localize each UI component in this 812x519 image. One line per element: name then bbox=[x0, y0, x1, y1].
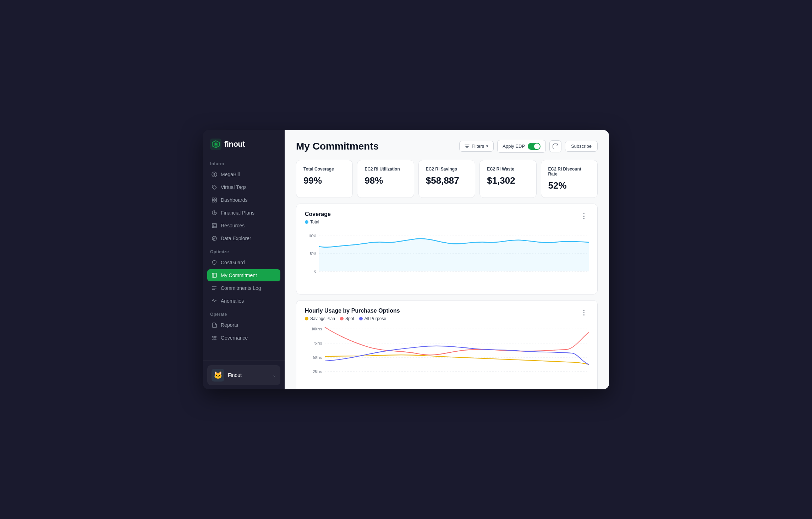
megabill-label: MegaBill bbox=[221, 172, 240, 177]
anomalies-label: Anomalies bbox=[221, 298, 244, 304]
legend-dot-savings-plan bbox=[305, 317, 308, 320]
sidebar-item-virtual-tags[interactable]: Virtual Tags bbox=[207, 181, 280, 193]
data-explorer-label: Data Explorer bbox=[221, 236, 251, 241]
user-card[interactable]: 🐱 Finout ⌄ bbox=[207, 365, 280, 385]
apply-edp-container: Apply EDP bbox=[497, 140, 546, 153]
sidebar: finout Inform MegaBill Virtual Tags Dash… bbox=[203, 130, 285, 389]
stat-value-3: $1,302 bbox=[487, 175, 529, 186]
sidebar-item-anomalies[interactable]: Anomalies bbox=[207, 295, 280, 307]
svg-point-20 bbox=[213, 336, 214, 337]
my-commitment-label: My Commitment bbox=[221, 272, 257, 278]
apply-edp-toggle[interactable] bbox=[528, 143, 541, 150]
costguard-label: CostGuard bbox=[221, 260, 245, 265]
apply-edp-label: Apply EDP bbox=[503, 144, 525, 149]
subscribe-label: Subscribe bbox=[571, 144, 592, 149]
list-icon bbox=[212, 285, 217, 291]
file-icon bbox=[212, 322, 217, 328]
financial-plans-label: Financial Plans bbox=[221, 210, 254, 216]
stats-row: Total Coverage 99% EC2 RI Utilization 98… bbox=[296, 160, 598, 198]
governance-label: Governance bbox=[221, 335, 248, 341]
coverage-chart-card: Coverage Total ⋮ 1 bbox=[296, 204, 598, 294]
shield-icon bbox=[212, 260, 217, 265]
dashboards-label: Dashboards bbox=[221, 197, 248, 203]
hourly-usage-chart-area: 100 hrs 75 hrs 50 hrs 25 hrs bbox=[305, 325, 589, 389]
virtual-tags-label: Virtual Tags bbox=[221, 184, 247, 190]
sidebar-item-financial-plans[interactable]: Financial Plans bbox=[207, 207, 280, 219]
filter-icon bbox=[465, 144, 470, 149]
filter-label: Filters bbox=[472, 144, 484, 149]
section-label-operate: Operate bbox=[207, 308, 280, 319]
svg-point-21 bbox=[215, 337, 216, 338]
svg-rect-6 bbox=[212, 200, 214, 202]
header-actions: Filters ▾ Apply EDP Subscribe bbox=[459, 140, 598, 153]
stat-label-1: EC2 RI Utilization bbox=[364, 167, 406, 172]
grid-icon bbox=[212, 197, 217, 203]
coverage-chart-more-button[interactable]: ⋮ bbox=[579, 211, 589, 221]
refresh-icon bbox=[553, 144, 558, 149]
stat-label-3: EC2 RI Waste bbox=[487, 167, 529, 172]
sidebar-item-data-explorer[interactable]: Data Explorer bbox=[207, 232, 280, 244]
hourly-usage-chart-header: Hourly Usage by Purchase Options Savings… bbox=[305, 308, 589, 321]
stat-value-0: 99% bbox=[303, 175, 345, 186]
stat-value-2: $58,887 bbox=[426, 175, 468, 186]
stat-value-1: 98% bbox=[364, 175, 406, 186]
tag-icon bbox=[212, 184, 217, 190]
legend-label-savings-plan: Savings Plan bbox=[310, 316, 335, 321]
svg-text:50%: 50% bbox=[310, 252, 316, 256]
svg-text:100 hrs: 100 hrs bbox=[312, 327, 322, 331]
finout-logo-icon bbox=[210, 139, 221, 150]
stat-label-2: EC2 RI Savings bbox=[426, 167, 468, 172]
legend-label-total: Total bbox=[310, 220, 319, 225]
svg-text:75 hrs: 75 hrs bbox=[313, 341, 322, 345]
legend-item-savings-plan: Savings Plan bbox=[305, 316, 335, 321]
page-header: My Commitments Filters ▾ Apply EDP bbox=[296, 140, 598, 153]
sidebar-item-megabill[interactable]: MegaBill bbox=[207, 168, 280, 180]
subscribe-button[interactable]: Subscribe bbox=[565, 141, 598, 152]
svg-text:50 hrs: 50 hrs bbox=[313, 355, 322, 359]
page-title: My Commitments bbox=[296, 141, 379, 152]
sidebar-item-dashboards[interactable]: Dashboards bbox=[207, 194, 280, 206]
sidebar-item-resources[interactable]: Resources bbox=[207, 220, 280, 232]
stat-card-ec2-discount: EC2 RI Discount Rate 52% bbox=[541, 160, 598, 198]
activity-icon bbox=[212, 298, 217, 304]
legend-dot-all-purpose bbox=[359, 317, 363, 320]
pie-icon bbox=[212, 210, 217, 216]
sidebar-item-my-commitment[interactable]: My Commitment bbox=[207, 269, 280, 281]
sidebar-item-governance[interactable]: Governance bbox=[207, 332, 280, 344]
section-label-inform: Inform bbox=[207, 157, 280, 168]
refresh-button[interactable] bbox=[549, 140, 561, 152]
svg-point-1 bbox=[215, 143, 217, 145]
hourly-usage-chart-legend: Savings Plan Spot All Purpose bbox=[305, 316, 400, 321]
legend-item-total: Total bbox=[305, 220, 319, 225]
svg-rect-8 bbox=[212, 223, 216, 228]
stat-label-0: Total Coverage bbox=[303, 167, 345, 172]
coverage-chart-legend: Total bbox=[305, 220, 331, 225]
legend-dot-total bbox=[305, 220, 308, 224]
svg-rect-7 bbox=[215, 200, 216, 202]
user-name: Finout bbox=[228, 372, 269, 378]
stat-label-4: EC2 RI Discount Rate bbox=[548, 167, 590, 177]
coverage-chart-area: 100% 50% 0 bbox=[305, 229, 589, 287]
filter-button[interactable]: Filters ▾ bbox=[459, 141, 494, 152]
table-icon bbox=[212, 223, 217, 228]
dollar-circle-icon bbox=[212, 172, 217, 177]
chevron-down-icon: ⌄ bbox=[273, 373, 276, 378]
sidebar-item-reports[interactable]: Reports bbox=[207, 319, 280, 331]
sidebar-item-commitments-log[interactable]: Commitments Log bbox=[207, 282, 280, 294]
coverage-chart-title: Coverage bbox=[305, 211, 331, 217]
svg-point-22 bbox=[213, 339, 214, 340]
legend-dot-spot bbox=[340, 317, 344, 320]
svg-rect-13 bbox=[212, 273, 216, 277]
sidebar-item-costguard[interactable]: CostGuard bbox=[207, 256, 280, 269]
svg-text:0: 0 bbox=[314, 269, 316, 274]
stat-card-ec2-waste: EC2 RI Waste $1,302 bbox=[479, 160, 536, 198]
hourly-usage-chart-card: Hourly Usage by Purchase Options Savings… bbox=[296, 300, 598, 389]
logo[interactable]: finout bbox=[203, 130, 285, 157]
stat-card-ec2-savings: EC2 RI Savings $58,887 bbox=[418, 160, 475, 198]
sidebar-nav: Inform MegaBill Virtual Tags Dashboards … bbox=[203, 157, 285, 361]
hourly-usage-chart-more-button[interactable]: ⋮ bbox=[579, 308, 589, 318]
sliders-icon bbox=[212, 335, 217, 341]
legend-item-spot: Spot bbox=[340, 316, 354, 321]
stat-card-total-coverage: Total Coverage 99% bbox=[296, 160, 353, 198]
coverage-chart-header: Coverage Total ⋮ bbox=[305, 211, 589, 225]
